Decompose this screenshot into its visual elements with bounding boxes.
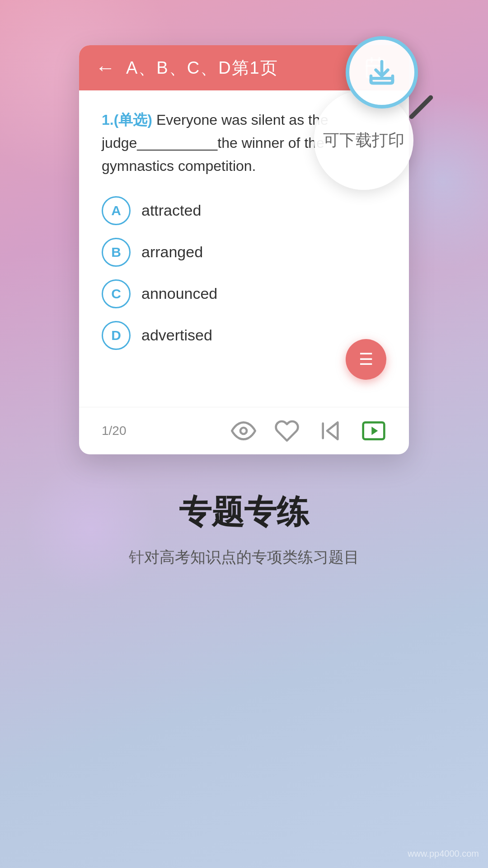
question-type: (单选) bbox=[114, 112, 152, 128]
option-c-text: announced bbox=[141, 285, 217, 302]
magnifier-download-icon bbox=[367, 58, 396, 87]
option-a-circle: A bbox=[102, 196, 131, 225]
option-a[interactable]: A attracted bbox=[102, 196, 386, 225]
quiz-card-wrapper: 可下载打印 ← A、B、C、D第1页 1.(单选) Everyone was s… bbox=[79, 45, 409, 454]
option-b-text: arranged bbox=[141, 243, 203, 261]
eye-button[interactable] bbox=[231, 418, 256, 443]
option-c[interactable]: C announced bbox=[102, 279, 386, 308]
eye-icon bbox=[231, 418, 256, 443]
heart-icon bbox=[274, 418, 300, 443]
header-title: A、B、C、D第1页 bbox=[126, 57, 278, 80]
favorite-button[interactable] bbox=[274, 418, 300, 443]
skip-back-button[interactable] bbox=[318, 418, 343, 443]
option-d-letter: D bbox=[111, 328, 121, 343]
svg-rect-1 bbox=[371, 78, 393, 83]
tooltip-text: 可下载打印 bbox=[323, 129, 404, 151]
menu-fab-button[interactable]: ☰ bbox=[346, 339, 386, 380]
magnifier-handle bbox=[408, 94, 434, 120]
magnifier-overlay bbox=[346, 36, 436, 127]
watermark: www.pp4000.com bbox=[408, 849, 479, 859]
skip-forward-button[interactable] bbox=[361, 418, 386, 443]
bottom-subtitle: 针对高考知识点的专项类练习题目 bbox=[129, 545, 359, 569]
option-b-circle: B bbox=[102, 238, 131, 267]
options-list: A attracted B arranged C announced bbox=[102, 196, 386, 350]
bottom-title: 专题专练 bbox=[129, 491, 359, 534]
svg-marker-7 bbox=[327, 422, 338, 439]
option-d[interactable]: D advertised bbox=[102, 321, 386, 350]
menu-icon: ☰ bbox=[359, 351, 373, 368]
option-c-circle: C bbox=[102, 279, 131, 308]
option-d-circle: D bbox=[102, 321, 131, 350]
option-d-text: advertised bbox=[141, 326, 212, 344]
skip-forward-icon bbox=[361, 418, 386, 443]
back-button[interactable]: ← bbox=[95, 57, 115, 79]
option-a-letter: A bbox=[111, 203, 121, 218]
option-a-text: attracted bbox=[141, 202, 201, 219]
svg-marker-10 bbox=[371, 427, 378, 435]
option-b[interactable]: B arranged bbox=[102, 238, 386, 267]
page-indicator: 1/20 bbox=[102, 424, 231, 438]
footer-actions bbox=[231, 418, 386, 443]
svg-point-6 bbox=[240, 428, 247, 434]
skip-back-icon bbox=[318, 418, 343, 443]
magnifier-circle bbox=[346, 36, 418, 108]
question-number: 1. bbox=[102, 112, 114, 128]
card-footer: 1/20 bbox=[79, 407, 409, 454]
option-c-letter: C bbox=[111, 286, 121, 302]
option-b-letter: B bbox=[111, 245, 121, 260]
